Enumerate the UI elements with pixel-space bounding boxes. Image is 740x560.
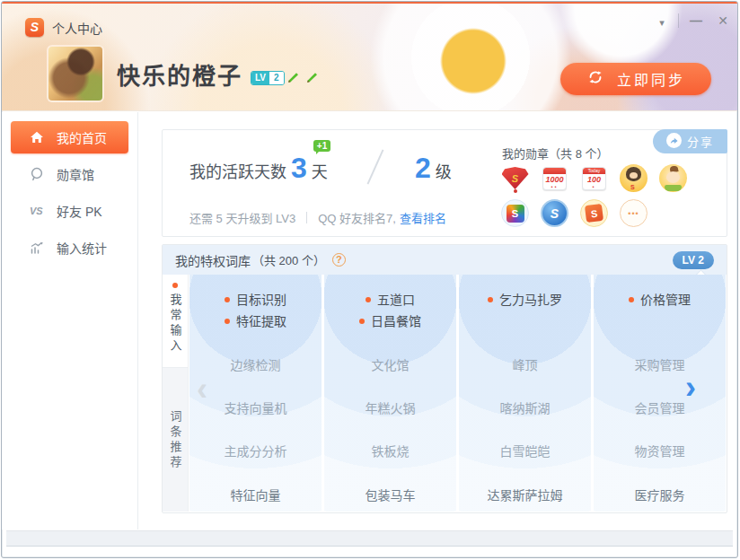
word-item: 铁板烧 <box>324 441 456 462</box>
status-bar <box>6 530 733 547</box>
word-item: 喀纳斯湖 <box>459 398 591 419</box>
tab-my-frequent-input[interactable]: 我常输入 <box>163 275 188 368</box>
sogou-app-icon: S <box>507 205 524 223</box>
word-item: 医疗服务 <box>594 485 726 506</box>
medals-count: （共 8 个） <box>549 147 608 161</box>
sogou-logo-icon: S <box>25 18 44 37</box>
window-dropdown-button[interactable]: ▾ <box>650 13 674 32</box>
tab-word-recommend[interactable]: 词条推荐 <box>163 369 188 512</box>
calendar-dots: •• <box>543 186 566 189</box>
lexicon-title: 我的特权词库 <box>175 251 251 269</box>
more-medals-button[interactable]: ••• <box>620 199 648 227</box>
active-days-line: 我的活跃天数 3 天 +1 <box>189 152 328 185</box>
carousel-next-button[interactable]: › <box>685 374 696 401</box>
lexicon-tab-strip: 我常输入 词条推荐 <box>163 275 189 512</box>
word-item: 目标识别 <box>189 289 322 311</box>
sidebar-item-typing-stats[interactable]: 输入统计 <box>2 230 137 266</box>
superman-shield-icon: S <box>502 167 529 189</box>
sync-now-button[interactable]: 立即同步 <box>560 63 711 95</box>
share-icon <box>666 133 682 151</box>
privilege-lexicon-card: 我的特权词库 （共 200 个） ? LV 2 我常输入 词条推荐 目标识别 特… <box>162 244 727 513</box>
stats-chart-icon <box>29 240 45 256</box>
carousel-prev-button[interactable]: ‹ <box>197 376 207 403</box>
user-nickname: 快乐的橙子 <box>117 57 242 91</box>
bullet-icon <box>225 319 230 324</box>
divider-slash <box>367 149 384 184</box>
sidebar-item-label: 好友 PK <box>57 202 102 220</box>
word-text: 五道口 <box>377 293 415 307</box>
baby-medal[interactable] <box>659 164 687 192</box>
active-days-value: 3 <box>291 152 307 185</box>
lexicon-count: （共 200 个） <box>252 251 325 268</box>
word-item: 边缘检测 <box>189 354 322 376</box>
stats-sub-line: 还需 5 天升级到 LV3 QQ 好友排名7, 查看排名 <box>189 209 446 226</box>
bullet-icon <box>366 297 371 302</box>
sidebar-item-label: 输入统计 <box>57 239 107 257</box>
sidebar-item-medals[interactable]: 勋章馆 <box>2 156 137 192</box>
bullet-icon <box>359 319 365 324</box>
hero-letter: S <box>630 184 635 190</box>
vs-icon: VS <box>29 203 45 219</box>
word-text: 日昌餐馆 <box>371 314 421 328</box>
edit-pencil-icon[interactable] <box>305 70 320 84</box>
sync-icon <box>586 68 604 90</box>
upgrade-hint: 还需 5 天升级到 LV3 <box>189 209 295 226</box>
baby-face-icon <box>666 171 680 183</box>
word-column-1: 目标识别 特征提取 边缘检测 支持向量机 主成分分析 特征向量 <box>189 275 322 512</box>
bullet-icon <box>488 297 493 302</box>
sidebar-item-friend-pk[interactable]: VS 好友 PK <box>2 193 137 229</box>
word-item: 采购管理 <box>594 354 726 376</box>
word-item: 包装马车 <box>324 485 456 506</box>
medals-title-text: 我的勋章 <box>502 147 549 161</box>
word-item: 特征向量 <box>189 485 322 506</box>
avatar[interactable] <box>47 45 104 102</box>
word-item: 日昌餐馆 <box>324 311 456 332</box>
medals-title: 我的勋章（共 8 个） <box>502 144 608 162</box>
calendar-dots: • <box>583 186 605 189</box>
level-value: 2 <box>415 152 431 185</box>
view-rank-link[interactable]: 查看排名 <box>400 209 446 226</box>
word-item: 主成分分析 <box>189 441 322 462</box>
word-text: 价格管理 <box>640 293 691 307</box>
hero-medal[interactable]: S <box>620 164 648 192</box>
bullet-icon <box>629 297 634 302</box>
active-days-unit: 天 +1 <box>312 159 328 182</box>
sogou-blue-medal[interactable]: S <box>541 199 568 227</box>
superman-medal[interactable]: S <box>501 164 529 192</box>
word-item: 五道口 <box>324 289 456 311</box>
help-icon[interactable]: ? <box>332 253 346 267</box>
lexicon-carousel: 目标识别 特征提取 边缘检测 支持向量机 主成分分析 特征向量 五道口 日昌餐馆… <box>189 275 726 512</box>
sync-label: 立即同步 <box>617 68 685 90</box>
share-label: 分享 <box>687 133 714 150</box>
calendar-100-medal[interactable]: Today 100 • <box>580 164 608 192</box>
days-unit-text: 天 <box>312 163 328 181</box>
calendar-header <box>543 168 566 174</box>
calendar-1000-medal[interactable]: 1000 •• <box>541 164 568 192</box>
share-button[interactable]: 分享 <box>653 129 727 153</box>
word-item: 价格管理 <box>594 289 726 311</box>
word-item: 物资管理 <box>594 441 726 462</box>
sogou-orange-medal[interactable]: S <box>580 199 608 227</box>
medal-icon <box>29 166 45 182</box>
sogou-orange-icon: S <box>585 204 603 223</box>
edit-pencil-icon[interactable] <box>286 70 301 84</box>
calendar-icon: 1000 •• <box>542 167 567 190</box>
word-column-4: 价格管理 采购管理 会员管理 物资管理 医疗服务 <box>594 275 726 512</box>
minimize-button[interactable]: — <box>684 11 708 31</box>
tab-label: 词条推荐 <box>167 410 184 471</box>
word-item: 特征提取 <box>189 311 322 332</box>
close-button[interactable]: ✕ <box>711 11 735 31</box>
word-column-3: 乞力马扎罗 峰顶 喀纳斯湖 白雪皑皑 达累斯萨拉姆 <box>459 275 591 512</box>
sogou-blue-letter: S <box>551 206 559 221</box>
plus-one-badge: +1 <box>313 140 330 152</box>
user-level-badge: LV 2 <box>251 71 285 85</box>
active-days-label: 我的活跃天数 <box>189 159 286 182</box>
sogou-app-medal[interactable]: S <box>501 199 529 227</box>
sidebar-item-home[interactable]: 我的首页 <box>11 121 128 153</box>
word-item: 年糕火锅 <box>324 398 456 419</box>
control-divider <box>678 13 679 28</box>
window-title: 个人中心 <box>52 19 102 37</box>
word-item: 会员管理 <box>594 398 726 419</box>
sidebar-item-label: 我的首页 <box>57 128 107 146</box>
level-unit: 级 <box>436 159 452 182</box>
